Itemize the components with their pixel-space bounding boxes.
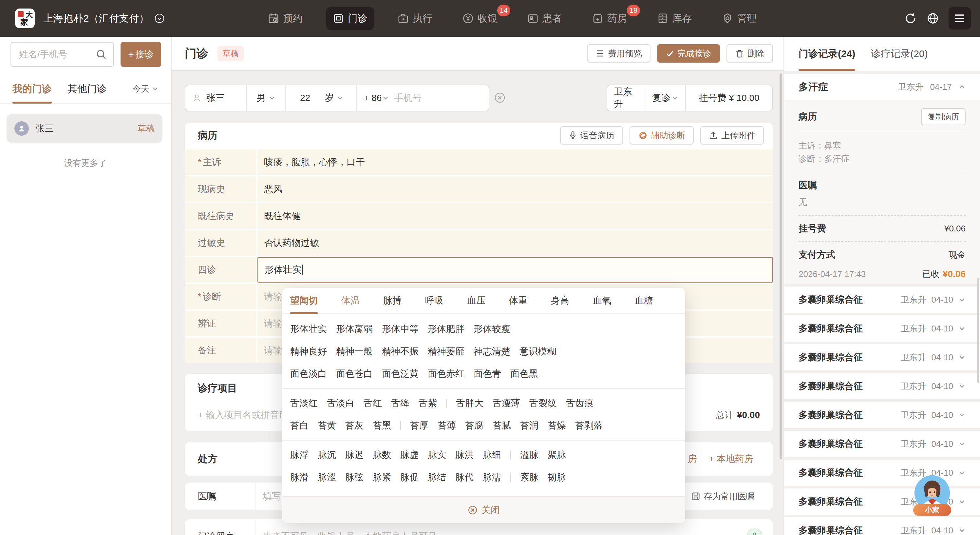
fee-preview-button[interactable]: 费用预览 <box>587 44 651 62</box>
app-logo[interactable]: 大 家 <box>15 8 35 28</box>
term-option[interactable]: 苔黄 <box>318 419 336 432</box>
nav-item-库存[interactable]: 库存 <box>651 7 698 30</box>
refresh-icon[interactable] <box>904 12 917 25</box>
clinic-name[interactable]: 上海抱朴2（汇付支付） <box>43 12 149 25</box>
history-record-item[interactable]: 多囊卵巢综合征卫东升04-10 <box>784 460 980 486</box>
term-option[interactable]: 脉浮 <box>290 449 309 461</box>
doctor-select[interactable]: 卫东升 <box>607 85 645 111</box>
nav-item-患者[interactable]: 患者 <box>521 7 569 30</box>
term-option[interactable]: 面色泛黄 <box>382 367 418 380</box>
voice-record-button[interactable]: 语音病历 <box>560 126 623 145</box>
expanded-record-header[interactable]: 多汗症 卫东升 04-17 <box>784 74 980 100</box>
nav-item-门诊[interactable]: 门诊 <box>326 7 374 30</box>
term-option[interactable]: 面色淡白 <box>290 367 327 380</box>
term-option[interactable]: 脉促 <box>400 471 418 484</box>
pharmacy-partial-label[interactable]: 房 <box>688 453 697 465</box>
delete-button[interactable]: 删除 <box>727 44 773 62</box>
history-record-item[interactable]: 多囊卵巢综合征卫东升04-10 <box>784 402 980 428</box>
age-field[interactable]: 22 岁 <box>286 85 357 111</box>
history-record-item[interactable]: 多囊卵巢综合征卫东升04-10 <box>784 315 980 342</box>
term-option[interactable]: 苔腻 <box>493 419 511 432</box>
term-option[interactable]: 形体壮实 <box>290 323 327 335</box>
add-local-pharmacy-button[interactable]: + 本地药房 <box>709 453 753 465</box>
registration-fee[interactable]: 挂号费 ¥ 10.00 <box>686 85 772 111</box>
term-option[interactable]: 形体中等 <box>382 323 418 335</box>
assist-diagnosis-button[interactable]: 辅助诊断 <box>630 126 694 145</box>
term-option[interactable]: 舌齿痕 <box>566 397 593 409</box>
term-option[interactable]: 形体羸弱 <box>336 323 373 335</box>
nav-item-执行[interactable]: 执行 <box>391 7 439 30</box>
main-scrollbar[interactable] <box>780 73 782 459</box>
message-mic-icon[interactable] <box>747 529 762 535</box>
term-option[interactable]: 脉虚 <box>400 449 418 461</box>
term-option[interactable]: 苔剥落 <box>575 419 603 432</box>
term-option[interactable]: 神志清楚 <box>474 345 510 358</box>
term-option[interactable]: 脉紧 <box>373 471 391 484</box>
term-option[interactable]: 脉弦 <box>345 471 364 484</box>
term-option[interactable]: 精神萎靡 <box>428 345 465 358</box>
copy-record-button[interactable]: 复制病历 <box>921 108 966 125</box>
term-option[interactable]: 精神不振 <box>382 345 418 358</box>
term-option[interactable]: 脉洪 <box>455 449 474 461</box>
term-option[interactable]: 脉沉 <box>318 449 336 461</box>
term-option[interactable]: 韧脉 <box>548 471 566 484</box>
history-record-item[interactable]: 多囊卵巢综合征卫东升04-10 <box>784 373 980 399</box>
term-option[interactable]: 脉濡 <box>483 471 501 484</box>
popup-tab-脉搏[interactable]: 脉搏 <box>383 288 402 313</box>
message-input[interactable]: 患者不可见，收银人员、本地药房人员可见 <box>256 530 747 535</box>
record-field-主诉[interactable]: 咳痰，腹胀，心悸，口干 <box>258 150 773 175</box>
term-option[interactable]: 脉迟 <box>345 449 364 461</box>
term-option[interactable]: 苔薄 <box>438 419 456 432</box>
popup-tab-血氧[interactable]: 血氧 <box>593 288 611 313</box>
patient-name-field[interactable]: 张三 <box>185 85 247 111</box>
sidebar-tab-我的门诊[interactable]: 我的门诊 <box>13 75 52 103</box>
popup-tab-体温[interactable]: 体温 <box>341 288 360 313</box>
term-option[interactable]: 面色黑 <box>510 367 538 380</box>
nav-item-管理[interactable]: 管理 <box>715 7 763 30</box>
popup-tab-望闻切[interactable]: 望闻切 <box>290 288 318 313</box>
nav-item-收银[interactable]: 收银14 <box>456 7 504 30</box>
term-option[interactable]: 面色赤红 <box>428 367 465 380</box>
record-field-现病史[interactable]: 恶风 <box>258 176 773 202</box>
term-option[interactable]: 舌瘦薄 <box>493 397 520 409</box>
records-tab-诊疗记录(20)[interactable]: 诊疗记录(20) <box>871 37 928 71</box>
term-option[interactable]: 面色苍白 <box>336 367 373 380</box>
term-option[interactable]: 苔灰 <box>345 419 364 432</box>
term-option[interactable]: 面色青 <box>474 367 501 380</box>
term-option[interactable]: 舌绛 <box>391 397 409 409</box>
history-record-item[interactable]: 多囊卵巢综合征卫东升04-10 <box>784 517 980 535</box>
nav-item-药房[interactable]: 药房19 <box>585 7 633 30</box>
patient-list-item[interactable]: 张三草稿 <box>6 114 162 143</box>
visit-type-select[interactable]: 复诊 <box>645 85 686 111</box>
term-option[interactable]: 精神一般 <box>336 345 373 358</box>
term-option[interactable]: 苔白 <box>290 419 309 432</box>
history-record-item[interactable]: 多囊卵巢综合征卫东升04-10 <box>784 431 980 457</box>
complete-visit-button[interactable]: 完成接诊 <box>657 44 720 62</box>
sidebar-scrollbar[interactable] <box>977 278 979 383</box>
treatment-item-input[interactable]: + 输入项目名或拼音码 <box>198 409 288 421</box>
clinic-chevron-down-icon[interactable] <box>154 13 165 24</box>
popup-tab-身高[interactable]: 身高 <box>551 288 569 313</box>
term-option[interactable]: 脉涩 <box>318 471 336 484</box>
record-field-四诊[interactable]: 形体壮实 <box>258 257 773 283</box>
term-option[interactable]: 紊脉 <box>520 471 538 484</box>
term-option[interactable]: 苔厚 <box>410 419 428 432</box>
date-filter-select[interactable]: 今天 <box>132 83 159 95</box>
search-input[interactable]: 姓名/手机号 <box>11 42 114 67</box>
popup-tab-血糖[interactable]: 血糖 <box>635 288 653 313</box>
term-option[interactable]: 苔腐 <box>465 419 484 432</box>
term-option[interactable]: 脉细 <box>483 449 501 461</box>
clear-patient-icon[interactable] <box>494 92 506 104</box>
save-common-advice-button[interactable]: 存为常用医嘱 <box>691 491 755 502</box>
search-icon[interactable] <box>95 49 107 60</box>
term-option[interactable]: 苔黑 <box>373 419 391 432</box>
history-record-item[interactable]: 多囊卵巢综合征卫东升04-10 <box>784 286 980 313</box>
term-option[interactable]: 舌裂纹 <box>529 397 557 409</box>
globe-icon[interactable] <box>926 12 939 25</box>
term-option[interactable]: 苔润 <box>520 419 538 432</box>
term-option[interactable]: 舌淡红 <box>290 397 318 409</box>
sidebar-tab-其他门诊[interactable]: 其他门诊 <box>67 75 107 103</box>
upload-attachment-button[interactable]: 上传附件 <box>700 126 764 145</box>
nav-item-预约[interactable]: 预约 <box>261 7 309 30</box>
term-option[interactable]: 脉数 <box>373 449 391 461</box>
